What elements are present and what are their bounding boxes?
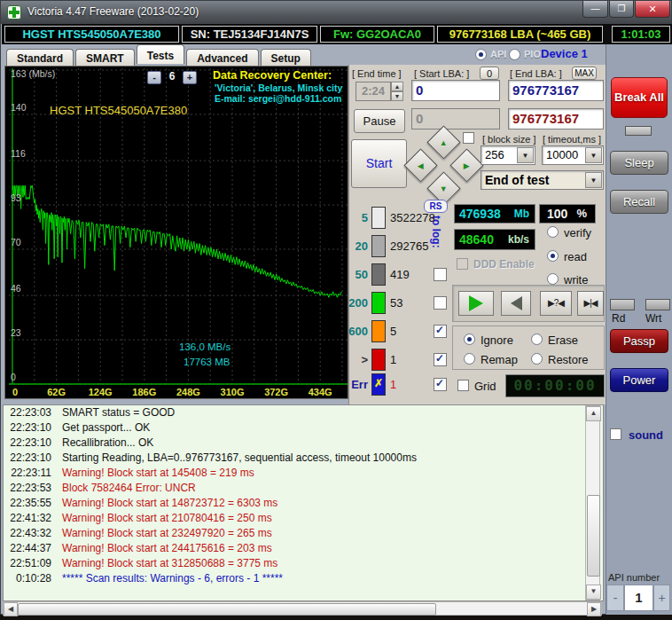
api-number-plus[interactable]: + bbox=[653, 585, 670, 611]
start-button[interactable]: Start bbox=[351, 139, 407, 188]
play-icon bbox=[469, 295, 483, 311]
break-all-button[interactable]: Break All bbox=[611, 77, 668, 118]
power-button[interactable]: Power bbox=[610, 368, 668, 392]
end-lba-input[interactable]: 976773167 bbox=[508, 80, 604, 101]
erase-radio[interactable] bbox=[531, 334, 543, 345]
mb-value: 476938 bbox=[459, 207, 501, 221]
start-lba-input[interactable]: 0 bbox=[411, 80, 500, 101]
chevron-down-icon[interactable]: ▼ bbox=[585, 147, 602, 163]
counter-value: 1 bbox=[390, 353, 396, 366]
zoom-out-button[interactable]: - bbox=[147, 71, 161, 84]
log-vertical-scrollbar[interactable]: ▲ ▼ bbox=[585, 405, 600, 600]
counter-color-box bbox=[371, 349, 386, 371]
tab-advanced[interactable]: Advanced bbox=[186, 49, 258, 67]
passport-button[interactable]: Passp bbox=[610, 329, 668, 353]
counter-row: 20053 bbox=[348, 292, 434, 315]
counter-color-box bbox=[371, 207, 386, 229]
close-button[interactable]: ✕ bbox=[635, 1, 670, 18]
y-tick-label: 46 bbox=[11, 283, 21, 294]
counter-value: 292765 bbox=[390, 239, 428, 253]
drive-firmware: Fw: GG2OACA0 bbox=[320, 26, 434, 43]
read-radio[interactable] bbox=[547, 250, 559, 262]
counter-value: 3522278 bbox=[390, 211, 435, 224]
log-text: Warning! Block start at 244175616 = 203 … bbox=[62, 542, 272, 554]
scan-back-button[interactable] bbox=[501, 291, 531, 316]
x-tick-label: 62G bbox=[47, 387, 66, 397]
sound-checkbox[interactable] bbox=[610, 428, 621, 440]
event-log[interactable]: 22:23:03SMART status = GOOD22:23:10Get p… bbox=[3, 404, 604, 601]
y-tick-label: 116 bbox=[11, 148, 26, 159]
log-entry: 0:10:28***** Scan results: Warnings - 6,… bbox=[4, 571, 603, 586]
log-time: 22:23:11 bbox=[4, 466, 51, 481]
tab-strip: StandardSMARTTestsAdvancedSetup bbox=[6, 44, 313, 66]
end-lba-label: [ End LBA: ] bbox=[510, 68, 562, 79]
x-tick-label: 124G bbox=[89, 387, 113, 397]
log-time: 22:35:55 bbox=[4, 496, 51, 511]
to-log-checkbox[interactable] bbox=[434, 325, 447, 338]
log-text: ***** Scan results: Warnings - 6, errors… bbox=[62, 572, 283, 585]
scroll-left-icon[interactable]: ◀ bbox=[4, 602, 18, 616]
seek-end-button[interactable]: ▶|◀ bbox=[577, 291, 604, 316]
timeout-select[interactable]: 10000▼ bbox=[542, 145, 604, 165]
counter-color-box bbox=[371, 320, 386, 342]
to-log-checkbox[interactable] bbox=[434, 378, 447, 391]
end-time-field[interactable]: 2:24 bbox=[356, 82, 391, 101]
api-number-minus[interactable]: - bbox=[606, 585, 624, 611]
pause-button[interactable]: Pause bbox=[354, 109, 405, 133]
max-lba-button[interactable]: MAX bbox=[572, 67, 597, 80]
ignore-radio[interactable] bbox=[464, 334, 475, 345]
maximize-button[interactable]: ❐ bbox=[609, 1, 634, 18]
chevron-down-icon[interactable]: ▼ bbox=[517, 147, 534, 163]
api-radio[interactable] bbox=[475, 49, 487, 60]
scroll-thumb[interactable] bbox=[18, 603, 436, 616]
banner-title: Data Recovery Center: bbox=[213, 69, 332, 82]
ddd-enable-checkbox[interactable] bbox=[457, 258, 468, 270]
seek-right-button[interactable]: ▶ bbox=[449, 148, 483, 182]
log-time: 22:44:37 bbox=[4, 541, 51, 556]
log-horizontal-scrollbar[interactable]: ◀ ▶ bbox=[3, 601, 602, 616]
grid-checkbox[interactable] bbox=[457, 380, 469, 391]
end-time-up[interactable]: ▲ bbox=[391, 82, 403, 91]
chevron-down-icon[interactable]: ▼ bbox=[585, 172, 602, 188]
to-log-checkbox[interactable] bbox=[434, 268, 447, 281]
scroll-down-icon[interactable]: ▼ bbox=[586, 585, 601, 600]
restore-radio[interactable] bbox=[531, 353, 543, 365]
minimize-button[interactable]: — bbox=[582, 1, 608, 18]
api-number-label: API number bbox=[608, 572, 660, 583]
log-text: Warning! Block start at 210780416 = 250 … bbox=[62, 512, 272, 524]
verify-radio[interactable] bbox=[547, 226, 559, 238]
tab-tests[interactable]: Tests bbox=[137, 44, 184, 64]
sleep-button[interactable]: Sleep bbox=[610, 151, 668, 175]
block-size-select[interactable]: 256▼ bbox=[481, 145, 535, 165]
x-tick-label: 186G bbox=[132, 387, 156, 397]
api-label: API bbox=[490, 49, 506, 59]
error-lba-input[interactable]: 976773167 bbox=[508, 108, 604, 129]
to-log-checkbox[interactable] bbox=[434, 296, 447, 310]
zoom-in-button[interactable]: + bbox=[183, 71, 197, 84]
to-log-checkbox[interactable] bbox=[434, 353, 447, 366]
write-radio[interactable] bbox=[547, 273, 559, 285]
scan-forward-button[interactable] bbox=[458, 291, 494, 316]
y-tick-label: 93 bbox=[11, 192, 21, 203]
seek-question-button[interactable]: ▶?◀ bbox=[540, 291, 572, 316]
pio-radio[interactable] bbox=[509, 49, 520, 60]
scroll-up-icon[interactable]: ▲ bbox=[586, 406, 601, 421]
remap-radio[interactable] bbox=[464, 353, 475, 365]
scroll-right-icon[interactable]: ▶ bbox=[587, 602, 601, 616]
device-selector[interactable]: Device 1 bbox=[541, 47, 588, 60]
counter-label: 50 bbox=[348, 268, 368, 281]
test-end-action-select[interactable]: End of test▼ bbox=[481, 170, 604, 190]
tab-smart[interactable]: SMART bbox=[75, 49, 135, 67]
nav-checkbox[interactable] bbox=[463, 132, 474, 144]
mb-unit: Mb bbox=[514, 208, 529, 220]
scroll-thumb[interactable] bbox=[587, 495, 600, 577]
start-lba-zero-button[interactable]: 0 bbox=[480, 67, 499, 80]
tab-setup[interactable]: Setup bbox=[261, 49, 311, 67]
erase-label: Erase bbox=[548, 334, 578, 347]
log-text: Warning! Block start at 145408 = 219 ms bbox=[62, 467, 254, 479]
end-time-down[interactable]: ▼ bbox=[391, 91, 403, 101]
tab-standard[interactable]: Standard bbox=[6, 49, 74, 67]
title-bar[interactable]: Victoria 4.47 Freeware (2013-02-20) — ❐ … bbox=[1, 1, 671, 24]
wrt-label: Wrt bbox=[645, 312, 661, 325]
recall-button[interactable]: Recall bbox=[610, 190, 668, 214]
